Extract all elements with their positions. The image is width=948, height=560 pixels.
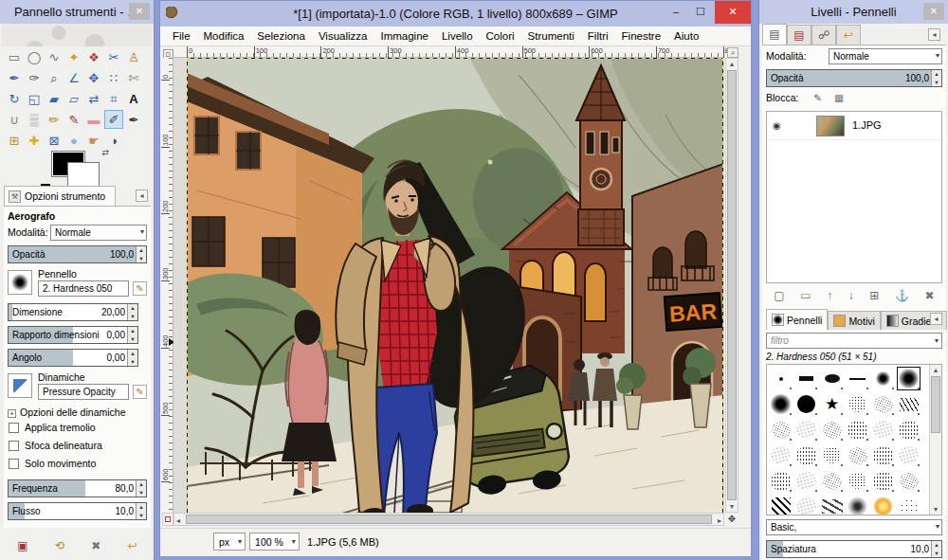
raise-layer-button[interactable]: ↑ (827, 289, 832, 302)
brush-item-chalk[interactable] (819, 468, 845, 494)
image-window-titlebar[interactable]: *[1] (importata)-1.0 (Colore RGB, 1 live… (160, 1, 751, 27)
scroll-down-icon[interactable]: ▾ (726, 502, 738, 511)
dynamics-options-expander[interactable]: +Opzioni delle dinamiche (8, 406, 147, 418)
scroll-up-icon[interactable]: ▴ (726, 60, 738, 68)
toolbox-titlebar[interactable]: Pannello strumenti - … ✕ (0, 0, 154, 24)
spacing-spinner[interactable]: ▲▼ (931, 541, 941, 557)
tool-fuzzy-select[interactable]: ✦ (64, 47, 83, 66)
rate-slider[interactable]: Frequenza 80,0 ▲▼ (8, 479, 147, 497)
angle-spinner[interactable]: ▲▼ (127, 350, 137, 366)
tool-paintbrush[interactable]: ✎ (64, 110, 83, 129)
brush-item-chalk[interactable] (819, 417, 845, 443)
layer-mode-select[interactable]: Normale ▾ (829, 48, 942, 64)
save-options-button[interactable]: ▣ (17, 539, 27, 552)
flow-slider[interactable]: Flusso 10,0 ▲▼ (8, 502, 147, 520)
canvas[interactable]: BAR (187, 58, 723, 513)
tool-eraser[interactable]: ▬ (84, 110, 103, 129)
tool-rect-select[interactable]: ▭ (5, 47, 24, 66)
tool-flip[interactable]: ⇄ (84, 89, 103, 108)
brush-item-speck[interactable] (793, 468, 819, 494)
unit-select[interactable]: px ▾ (213, 533, 246, 551)
brush-name-field[interactable]: 2. Hardness 050 (38, 280, 129, 297)
tool-perspective-clone[interactable]: ⊠ (45, 131, 64, 150)
zoom-follow-icon[interactable]: ⌕ (727, 47, 738, 58)
brush-item-soft[interactable] (870, 366, 896, 391)
brush-item-line[interactable] (845, 366, 870, 391)
tool-dodge-burn[interactable]: ◑ (104, 131, 123, 150)
brush-item-bar[interactable] (793, 366, 819, 391)
tool-bucket-fill[interactable]: ∪ (5, 110, 24, 129)
menu-item-modifica[interactable]: Modifica (197, 30, 251, 42)
close-button[interactable]: ✕ (715, 1, 751, 24)
dock-menu-button[interactable]: ◂ (928, 28, 940, 41)
menu-item-livello[interactable]: Livello (435, 30, 480, 42)
vertical-scrollbar[interactable]: ▴ ▾ (725, 58, 738, 513)
layer-opacity-slider[interactable]: Opacità 100,0 ▲▼ (766, 69, 942, 87)
tool-shear[interactable]: ▰ (45, 89, 64, 108)
pan-view-button[interactable]: ✥ (725, 513, 738, 526)
brush-item-splat[interactable] (845, 468, 870, 494)
rate-spinner[interactable]: ▲▼ (136, 480, 146, 497)
dock-menu-button[interactable]: ◂ (136, 190, 148, 202)
scroll-down-icon[interactable]: ▾ (930, 505, 941, 514)
tool-paths[interactable]: ✒ (5, 68, 24, 87)
tool-crop[interactable]: ✄ (124, 68, 143, 87)
new-layer-button[interactable]: ▢ (774, 289, 784, 302)
tab-brushes[interactable]: Pennelli (766, 309, 828, 330)
horizontal-scroll-thumb[interactable] (186, 515, 712, 524)
size-spinner[interactable]: ▲▼ (127, 304, 137, 320)
menu-item-colori[interactable]: Colori (480, 30, 521, 42)
lock-alpha-icon[interactable]: ▦ (834, 92, 844, 103)
quick-mask-button[interactable] (162, 513, 173, 526)
menu-item-seleziona[interactable]: Seleziona (250, 30, 312, 42)
aspect-ratio-slider[interactable]: Rapporto dimensioni 0,00 ▲▼ ↩ (8, 326, 138, 344)
layer-row[interactable]: ◉ 1.JPG (767, 112, 941, 140)
brush-item-noise[interactable] (845, 417, 870, 443)
tool-perspective[interactable]: ▱ (64, 89, 83, 108)
dock-menu-button[interactable]: ◂ (930, 313, 942, 325)
spacing-slider[interactable]: Spaziatura 10,0 ▲▼ (766, 540, 942, 558)
brush-item-glow[interactable] (870, 494, 896, 515)
duplicate-layer-button[interactable]: ⊞ (869, 289, 879, 302)
menu-item-finestre[interactable]: Finestre (615, 30, 668, 42)
tool-ellipse-select[interactable]: ◯ (25, 47, 44, 66)
tool-zoom[interactable]: ⌕ (45, 68, 64, 87)
tool-rotate[interactable]: ↻ (5, 89, 24, 108)
toolbox-close-button[interactable]: ✕ (129, 3, 150, 20)
tool-free-select[interactable]: ∿ (45, 47, 64, 66)
dynamics-field[interactable]: Pressure Opacity (38, 384, 129, 400)
tool-measure[interactable]: ∠ (64, 68, 83, 87)
tool-blur-sharpen[interactable]: ● (64, 131, 83, 150)
brush-item-diag[interactable] (768, 494, 793, 515)
brush-item-dot[interactable] (768, 366, 793, 391)
tool-align[interactable]: ∷ (104, 68, 123, 87)
mode-select[interactable]: Normale ▾ (50, 225, 147, 241)
brush-item-circle[interactable] (793, 391, 819, 417)
checkbox-motion-only[interactable]: Solo movimento (8, 458, 147, 474)
tool-heal[interactable]: ✚ (25, 131, 44, 150)
tool-smudge[interactable]: ☛ (84, 131, 103, 150)
brush-item-ellipse[interactable] (819, 366, 845, 391)
menu-item-visualizza[interactable]: Visualizza (312, 30, 374, 42)
tab-tool-options[interactable]: ⚒ Opzioni strumento (4, 186, 116, 206)
brush-item-chalk[interactable] (768, 417, 793, 443)
tool-clone[interactable]: ⊞ (5, 131, 24, 150)
vertical-scroll-thumb[interactable] (727, 70, 737, 500)
maximize-button[interactable]: ☐ (688, 1, 713, 24)
menu-item-aiuto[interactable]: Aiuto (667, 30, 705, 42)
zoom-select[interactable]: 100 % ▾ (249, 533, 300, 551)
brush-item-noise[interactable] (870, 443, 896, 468)
delete-layer-button[interactable]: ✖ (925, 289, 935, 302)
brush-item-speck[interactable] (896, 443, 921, 468)
color-area[interactable]: ⇄ (52, 152, 101, 188)
reset-options-button[interactable]: ↩ (128, 539, 137, 552)
tool-pencil[interactable]: ✏ (45, 110, 64, 129)
brush-item-noise[interactable] (793, 443, 819, 468)
brush-item-chalk[interactable] (896, 468, 921, 494)
flow-spinner[interactable]: ▲▼ (136, 503, 146, 519)
brush-item-speck[interactable] (793, 494, 819, 515)
brush-preview-icon[interactable] (8, 270, 32, 295)
tab-patterns[interactable]: Motivi (828, 311, 880, 330)
lower-layer-button[interactable]: ↓ (848, 289, 854, 302)
aspect-spinner[interactable]: ▲▼ (127, 327, 137, 343)
